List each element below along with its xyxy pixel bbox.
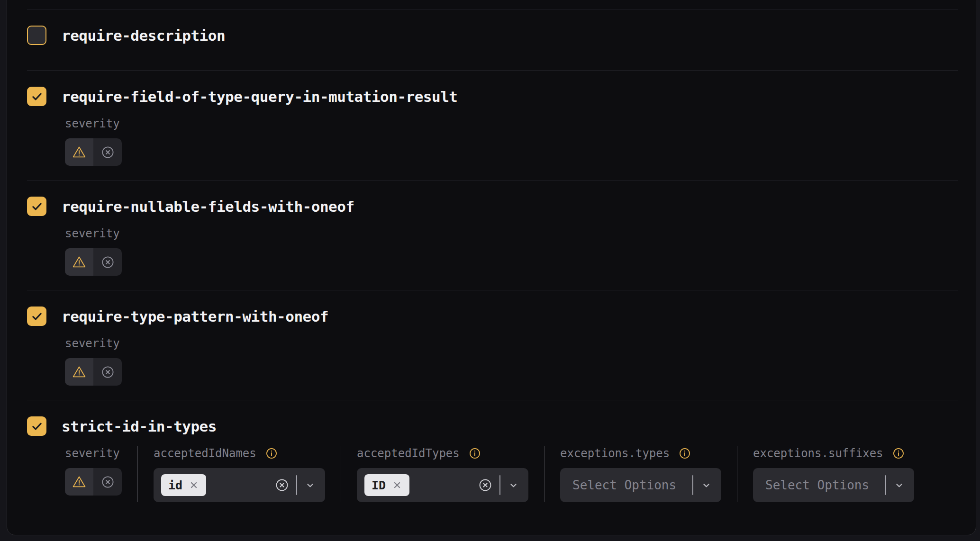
select-placeholder: Select Options: [568, 478, 676, 492]
chevron-down-icon[interactable]: [893, 479, 906, 492]
severity-off-button[interactable]: [93, 138, 122, 166]
option-label: exceptions.suffixes: [753, 447, 883, 460]
severity-column: severity: [65, 336, 122, 386]
chevron-down-icon[interactable]: [507, 479, 520, 492]
x-circle-icon: [100, 145, 115, 160]
chip-remove-icon[interactable]: [392, 480, 402, 490]
rule-checkbox[interactable]: [27, 87, 46, 106]
column-divider: [544, 446, 544, 502]
clear-selection-icon[interactable]: [478, 478, 493, 493]
x-circle-icon: [100, 365, 115, 379]
severity-warning-button[interactable]: [65, 138, 93, 166]
chip-label: ID: [372, 478, 386, 492]
multiselect-input[interactable]: id: [154, 468, 325, 502]
rule-title: strict-id-in-types: [62, 418, 217, 435]
rule-config: severity: [65, 226, 958, 276]
rule-row: require-nullable-fields-with-oneof sever…: [27, 180, 958, 290]
rule-title: require-field-of-type-query-in-mutation-…: [62, 88, 458, 105]
info-icon[interactable]: [265, 447, 278, 460]
chip-label: id: [168, 478, 182, 492]
chevron-down-icon[interactable]: [304, 479, 317, 492]
severity-control: [65, 138, 122, 166]
rules-list: require-description require-field-of-typ…: [27, 9, 958, 535]
severity-warning-button[interactable]: [65, 248, 93, 276]
severity-control: [65, 248, 122, 276]
rule-header: require-type-pattern-with-oneof: [27, 307, 958, 326]
rule-header: require-description: [27, 26, 958, 45]
severity-off-button[interactable]: [93, 468, 122, 496]
rule-checkbox[interactable]: [27, 307, 46, 326]
rule-row: strict-id-in-types severity: [27, 400, 958, 535]
option-column: exceptions.types Select Options: [560, 446, 721, 502]
column-divider: [341, 446, 341, 502]
severity-warning-button[interactable]: [65, 468, 93, 496]
rule-header: require-field-of-type-query-in-mutation-…: [27, 87, 958, 106]
info-icon[interactable]: [678, 447, 691, 460]
multiselect-input[interactable]: Select Options: [560, 468, 721, 502]
rule-checkbox[interactable]: [27, 197, 46, 216]
rule-title: require-nullable-fields-with-oneof: [62, 198, 354, 215]
rule-checkbox[interactable]: [27, 416, 46, 436]
chip-remove-icon[interactable]: [189, 480, 199, 490]
severity-control: [65, 358, 122, 386]
multiselect-input[interactable]: ID: [357, 468, 528, 502]
select-divider: [499, 475, 500, 495]
select-divider: [692, 475, 693, 495]
severity-label: severity: [65, 227, 120, 240]
clear-selection-icon[interactable]: [274, 478, 290, 493]
checkmark-icon: [30, 419, 44, 433]
severity-column: severity: [65, 446, 122, 502]
info-icon[interactable]: [892, 447, 905, 460]
selected-values: id: [161, 474, 206, 496]
column-divider: [137, 446, 138, 502]
select-divider: [296, 475, 297, 495]
option-column: exceptions.suffixes Select Options: [753, 446, 914, 502]
warning-triangle-icon: [72, 475, 87, 489]
severity-label: severity: [65, 337, 120, 350]
rule-row: require-type-pattern-with-oneof severity: [27, 290, 958, 400]
checkmark-icon: [30, 199, 44, 214]
selected-values: Select Options: [568, 478, 676, 492]
rules-panel: require-description require-field-of-typ…: [7, 0, 976, 535]
rule-row: require-description: [27, 9, 958, 70]
rule-title: require-type-pattern-with-oneof: [62, 308, 328, 325]
warning-triangle-icon: [72, 255, 87, 269]
selected-values: ID: [364, 474, 409, 496]
select-divider: [885, 475, 886, 495]
severity-column: severity: [65, 226, 122, 276]
warning-triangle-icon: [72, 145, 87, 159]
select-placeholder: Select Options: [761, 478, 869, 492]
option-column: acceptedIdNames id: [154, 446, 325, 502]
rule-config: severity: [65, 336, 958, 386]
option-label: exceptions.types: [560, 447, 670, 460]
rule-config: severity: [65, 446, 958, 502]
selected-values: Select Options: [761, 478, 869, 492]
severity-warning-button[interactable]: [65, 358, 93, 386]
rule-title: require-description: [62, 27, 225, 44]
option-label: acceptedIdNames: [154, 447, 256, 460]
info-icon[interactable]: [468, 447, 481, 460]
multiselect-input[interactable]: Select Options: [753, 468, 914, 502]
severity-label: severity: [65, 447, 120, 460]
severity-off-button[interactable]: [93, 358, 122, 386]
selected-value-chip: id: [161, 474, 206, 496]
selected-value-chip: ID: [364, 474, 409, 496]
option-column: acceptedIdTypes ID: [357, 446, 528, 502]
column-divider: [737, 446, 737, 502]
rule-checkbox[interactable]: [27, 26, 46, 45]
rule-row: require-field-of-type-query-in-mutation-…: [27, 70, 958, 180]
checkmark-icon: [30, 90, 44, 104]
rule-config: severity: [65, 116, 958, 166]
severity-off-button[interactable]: [93, 248, 122, 276]
chevron-down-icon[interactable]: [700, 479, 713, 492]
severity-column: severity: [65, 116, 122, 166]
checkmark-icon: [30, 309, 44, 324]
severity-label: severity: [65, 117, 120, 130]
warning-triangle-icon: [72, 365, 87, 379]
rule-header: strict-id-in-types: [27, 416, 958, 436]
severity-control: [65, 468, 122, 496]
option-label: acceptedIdTypes: [357, 447, 460, 460]
x-circle-icon: [100, 255, 115, 270]
x-circle-icon: [100, 475, 115, 489]
rule-header: require-nullable-fields-with-oneof: [27, 197, 958, 216]
